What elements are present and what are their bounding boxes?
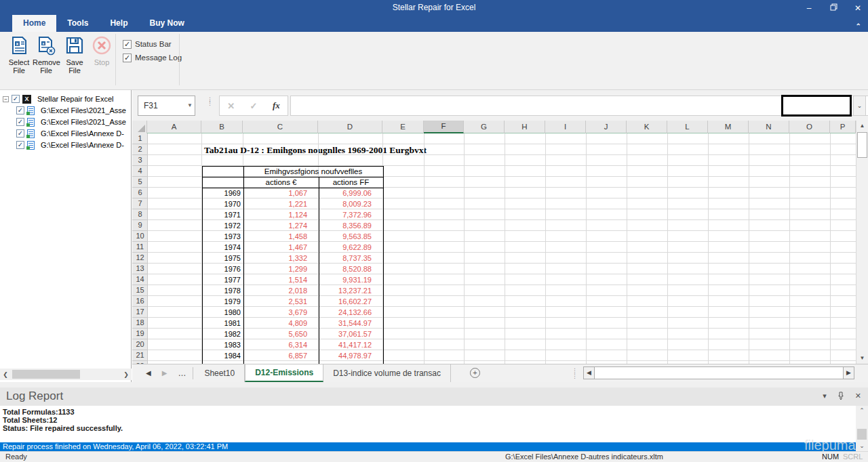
menu-tab-home[interactable]: Home [12,15,56,32]
year-cell[interactable]: 1981 [202,318,241,329]
value-cell[interactable]: 9,931.19 [319,274,372,285]
collapse-ribbon-icon[interactable]: ⌃ [856,22,861,30]
minimize-button[interactable]: – [804,3,814,13]
value-cell[interactable]: 8,356.89 [319,220,372,231]
menu-tab-help[interactable]: Help [99,15,138,32]
tree-root-item[interactable]: −✓XStellar Repair for Excel [0,93,132,104]
row-header-3[interactable]: 3 [132,155,148,166]
column-header-m[interactable]: M [708,121,749,133]
formula-focus-box[interactable] [781,95,852,117]
sheet-tab-sheet10[interactable]: Sheet10 [195,364,245,382]
column-header-h[interactable]: H [505,121,545,133]
tree-file-item[interactable]: ✓G:\Excel Files\Annexe D- [0,140,132,150]
tree-file-item[interactable]: ✓G:\Excel Files\2021_Asse [0,105,132,116]
row-header-15[interactable]: 15 [132,285,148,296]
scroll-down-icon[interactable]: ⌄ [857,442,867,449]
sheet-tab-d13-indice-volume-de-transac[interactable]: D13-indice volume de transac [323,364,451,382]
tree-file-item[interactable]: ✓G:\Excel Files\Annexe D- [0,128,132,139]
row-header-17[interactable]: 17 [132,307,148,318]
column-header-n[interactable]: N [749,121,789,133]
value-cell[interactable]: 9,563.85 [319,231,372,242]
value-cell[interactable]: 1,067 [243,188,307,198]
tree-horizontal-scrollbar[interactable]: ❮ ❯ [0,369,132,380]
select-file-button[interactable]: xSelectFile [5,35,33,75]
year-cell[interactable]: 1977 [202,274,241,285]
log-dropdown-icon[interactable]: ▾ [823,392,827,401]
column-header-c[interactable]: C [243,121,318,133]
value-cell[interactable]: 4,809 [243,318,307,329]
column-header-l[interactable]: L [667,121,708,133]
enter-icon[interactable]: ✓ [250,101,258,111]
row-header-14[interactable]: 14 [132,274,148,285]
add-sheet-button[interactable]: + [470,368,480,378]
row-header-9[interactable]: 9 [132,220,148,231]
value-cell[interactable]: 2,531 [243,296,307,307]
column-header-e[interactable]: E [382,121,424,133]
select-all-corner[interactable] [132,121,147,133]
scroll-up-icon[interactable]: ⌃ [857,407,867,414]
value-cell[interactable]: 2,018 [243,285,307,296]
column-header-b[interactable]: B [201,121,243,133]
log-scrollbar[interactable]: ⌃ ⌄ [856,406,868,451]
remove-file-button[interactable]: xRemoveFile [33,35,60,75]
collapse-icon[interactable]: − [3,96,9,102]
row-header-12[interactable]: 12 [132,253,148,264]
row-header-5[interactable]: 5 [132,177,148,188]
splitter-handle-icon[interactable]: ⋮⋮ [572,364,578,382]
row-header-13[interactable]: 13 [132,264,148,274]
sheet-tab-d12-emissions[interactable]: D12-Emissions [245,364,323,382]
row-header-1[interactable]: 1 [132,133,148,144]
grid-horizontal-scrollbar[interactable]: ◀ ▶ [583,366,854,379]
value-cell[interactable]: 13,237.21 [319,285,372,296]
year-cell[interactable]: 1976 [202,264,241,274]
namebox-dropdown-icon[interactable]: ▼ [185,96,195,116]
year-cell[interactable]: 1973 [202,231,241,242]
column-header-k[interactable]: K [627,121,667,133]
value-cell[interactable]: 8,520.88 [319,264,372,274]
row-header-18[interactable]: 18 [132,318,148,329]
menu-tab-tools[interactable]: Tools [56,15,99,32]
value-cell[interactable]: 1,274 [243,220,307,231]
column-header-j[interactable]: J [586,121,627,133]
save-file-button[interactable]: SaveFile [61,35,88,75]
row-header-16[interactable]: 16 [132,296,148,307]
row-header-7[interactable]: 7 [132,198,148,209]
scroll-left-icon[interactable]: ◀ [584,367,595,379]
value-cell[interactable]: 8,737.35 [319,253,372,264]
view-option-status-bar[interactable]: ✓Status Bar [123,39,182,49]
value-cell[interactable]: 6,314 [243,339,307,350]
scrollbar-thumb[interactable] [595,367,843,379]
scroll-left-icon[interactable]: ❮ [0,371,11,378]
expand-formula-bar-icon[interactable]: ⌄ [853,96,866,116]
value-cell[interactable]: 1,221 [243,198,307,209]
year-cell[interactable]: 1980 [202,307,241,318]
checkbox-icon[interactable]: ✓ [12,95,20,103]
year-cell[interactable]: 1983 [202,339,241,350]
value-cell[interactable]: 37,061.57 [319,329,372,339]
value-cell[interactable]: 24,132.66 [319,307,372,318]
value-cell[interactable]: 31,544.97 [319,318,372,329]
row-header-4[interactable]: 4 [132,166,148,177]
pin-icon[interactable] [837,392,844,401]
scroll-right-icon[interactable]: ▶ [843,367,854,379]
value-cell[interactable]: 3,679 [243,307,307,318]
value-cell[interactable]: 1,467 [243,242,307,253]
scroll-right-icon[interactable]: ❯ [121,371,132,378]
grid-canvas[interactable]: Tab21au D-12 : Emihgons nougnlles 1969-2… [148,133,856,364]
value-cell[interactable]: 1,514 [243,274,307,285]
row-header-19[interactable]: 19 [132,329,148,339]
column-header-d[interactable]: D [318,121,382,133]
year-cell[interactable]: 1984 [202,350,241,361]
insert-function-icon[interactable]: fx [273,100,280,111]
scroll-up-icon[interactable]: ▲ [857,121,867,131]
tab-scroll-right-icon[interactable]: ▶ [157,364,173,382]
column-header-a[interactable]: A [147,121,201,133]
row-header-8[interactable]: 8 [132,209,148,220]
scrollbar-thumb[interactable] [857,429,867,440]
year-cell[interactable]: 1978 [202,285,241,296]
value-cell[interactable]: 5,650 [243,329,307,339]
menu-tab-buy-now[interactable]: Buy Now [138,15,195,32]
year-cell[interactable]: 1982 [202,329,241,339]
view-option-message-log[interactable]: ✓Message Log [123,52,182,63]
row-header-11[interactable]: 11 [132,242,148,253]
